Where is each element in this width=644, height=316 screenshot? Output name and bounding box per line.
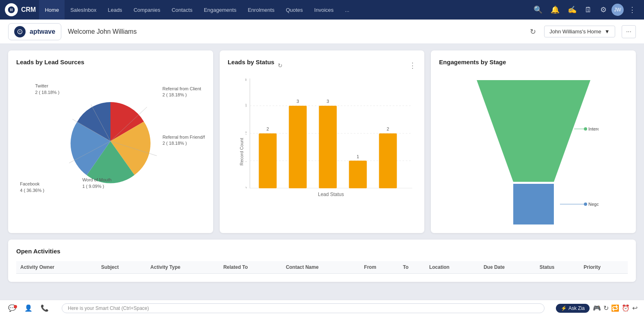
bar-not-interested — [319, 106, 337, 188]
pie-label-facebook: Facebook 4 ( 36.36% ) — [20, 181, 44, 194]
svg-text:0: 0 — [246, 186, 246, 188]
svg-text:2: 2 — [266, 126, 269, 131]
col-activity-type: Activity Type — [146, 261, 219, 274]
nav-more[interactable]: ... — [339, 0, 355, 20]
svg-text:3: 3 — [246, 103, 246, 108]
dropdown-chevron-icon: ▼ — [605, 28, 610, 35]
funnel-chart-svg: Interested Negotiation — [469, 72, 599, 227]
svg-text:1: 1 — [357, 154, 359, 159]
svg-text:4: 4 — [246, 78, 246, 82]
nav-contacts[interactable]: Contacts — [166, 0, 198, 20]
crm-logo[interactable]: CRM — [5, 3, 36, 16]
bar-menu-icon[interactable]: ⋮ — [409, 61, 416, 70]
bar-chart-svg: 0 1 2 3 4 2 3 3 1 — [246, 78, 417, 188]
header-bar: aptwave Welcome John Williams ↻ John Wil… — [0, 20, 644, 44]
logo-icon — [5, 3, 18, 16]
brand-logo: aptwave — [8, 23, 61, 40]
col-from: From — [360, 261, 399, 274]
col-location: Location — [425, 261, 480, 274]
funnel-chart-container: Interested Negotiation — [439, 72, 628, 222]
bar-interested — [289, 106, 307, 188]
topnav-icons: 🔍 🔔 ✍ 🗓 ⚙ JW ⋮ — [530, 3, 639, 17]
bar-chart-header: Leads by Status ↻ ⋮ — [228, 59, 417, 72]
settings-icon[interactable]: ⚙ — [597, 3, 610, 17]
pie-label-twitter: Twitter 2 ( 18.18% ) — [35, 83, 59, 96]
activities-table-header: Activity Owner Subject Activity Type Rel… — [16, 261, 628, 274]
x-axis-title: Lead Status — [246, 192, 417, 197]
refresh-icon[interactable]: ↻ — [528, 26, 538, 38]
funnel-negotiation — [513, 184, 554, 224]
col-status: Status — [536, 261, 580, 274]
pie-chart-card: Leads by Lead Sources — [8, 50, 213, 233]
bar-not-contacted — [259, 133, 277, 188]
svg-text:3: 3 — [296, 99, 299, 104]
bar-chart-card: Leads by Status ↻ ⋮ Record Count — [220, 50, 425, 233]
activities-title: Open Activities — [16, 248, 628, 255]
pie-label-referral-client: Referral from Client 2 ( 18.18% ) — [162, 86, 201, 98]
svg-text:2: 2 — [246, 131, 246, 135]
pie-chart-svg — [62, 92, 159, 190]
col-activity-owner: Activity Owner — [16, 261, 97, 274]
header-welcome: Welcome John Williams — [68, 28, 137, 35]
col-related-to: Related To — [219, 261, 282, 274]
svg-text:1: 1 — [246, 158, 246, 163]
bar-refresh-icon[interactable]: ↻ — [278, 62, 283, 69]
svg-point-30 — [584, 203, 587, 206]
user-avatar[interactable]: JW — [612, 4, 624, 16]
notification-icon[interactable]: 🔔 — [547, 3, 563, 17]
bar-chart-title-area: Leads by Status ↻ — [228, 59, 283, 72]
apps-icon[interactable]: ⋮ — [625, 3, 639, 17]
col-to: To — [399, 261, 425, 274]
pie-label-word-of-mouth: Word of Mouth 1 ( 9.09% ) — [82, 177, 112, 190]
col-subject: Subject — [97, 261, 146, 274]
nav-quotes[interactable]: Quotes — [280, 0, 309, 20]
col-priority: Priority — [579, 261, 628, 274]
col-due-date: Due Date — [480, 261, 536, 274]
y-axis-label: Record Count — [239, 138, 244, 166]
search-icon[interactable]: 🔍 — [530, 3, 546, 17]
activities-header-row: Activity Owner Subject Activity Type Rel… — [16, 261, 628, 274]
brand-logo-icon — [14, 26, 26, 37]
bar-junk-lead — [349, 161, 367, 188]
svg-text:3: 3 — [326, 99, 329, 104]
nav-engagements[interactable]: Engagements — [198, 0, 242, 20]
nav-enrolments[interactable]: Enrolments — [242, 0, 280, 20]
compose-icon[interactable]: ✍ — [564, 3, 580, 17]
crm-label: CRM — [21, 6, 36, 13]
pie-chart-title: Leads by Lead Sources — [16, 59, 205, 65]
activities-table: Activity Owner Subject Activity Type Rel… — [16, 261, 628, 274]
charts-row: Leads by Lead Sources — [8, 50, 636, 233]
svg-text:Interested: Interested — [588, 126, 599, 131]
funnel-interested — [477, 80, 590, 182]
top-navigation: CRM Home SalesInbox Leads Companies Cont… — [0, 0, 644, 20]
pie-chart-container: Twitter 2 ( 18.18% ) Referral from Clien… — [16, 72, 205, 210]
calendar-icon[interactable]: 🗓 — [581, 3, 595, 17]
home-dropdown[interactable]: John Williams's Home ▼ — [544, 26, 615, 37]
funnel-chart-card: Engagements by Stage Interested Negotiat… — [431, 50, 636, 233]
bar-chart-area: Record Count 0 1 2 3 4 — [228, 78, 417, 225]
activities-section: Open Activities Activity Owner Subject A… — [8, 240, 636, 282]
nav-leads[interactable]: Leads — [102, 0, 128, 20]
nav-invoices[interactable]: Invoices — [309, 0, 339, 20]
svg-text:2: 2 — [387, 126, 389, 131]
svg-text:Negotiation: Negotiation — [588, 202, 599, 207]
nav-salesinbox[interactable]: SalesInbox — [65, 0, 102, 20]
bar-chart-title: Leads by Status — [228, 59, 274, 65]
nav-companies[interactable]: Companies — [128, 0, 166, 20]
pie-label-referral-friend: Referral from Friend/f 2 ( 18.18% ) — [162, 134, 205, 147]
main-content: Leads by Lead Sources — [0, 44, 644, 288]
funnel-chart-title: Engagements by Stage — [439, 59, 628, 65]
col-contact-name: Contact Name — [282, 261, 360, 274]
nav-home[interactable]: Home — [39, 0, 65, 20]
bar-not-qualified — [379, 133, 397, 188]
header-more-button[interactable]: ··· — [622, 25, 636, 38]
svg-point-29 — [584, 127, 587, 131]
brand-name: aptwave — [30, 28, 55, 35]
